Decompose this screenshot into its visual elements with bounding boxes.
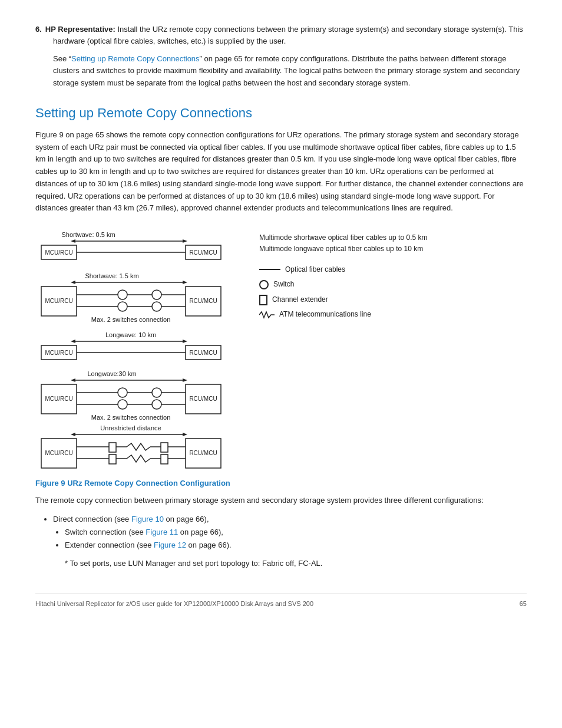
legend-channel-extender: Channel extender bbox=[259, 294, 527, 307]
svg-marker-2 bbox=[183, 239, 187, 243]
figure-10-link[interactable]: Figure 10 bbox=[131, 515, 164, 523]
sub-bullet-list: Switch connection (see Figure 11 on page… bbox=[65, 526, 527, 552]
page-footer: Hitachi Universal Replicator for z/OS us… bbox=[35, 594, 527, 607]
svg-text:RCU/MCU: RCU/MCU bbox=[189, 450, 217, 456]
note-line: * To set ports, use LUN Manager and set … bbox=[65, 558, 527, 570]
section-body: Figure 9 on page 65 shows the remote cop… bbox=[35, 129, 527, 215]
diagram-left: Shortwave: 0.5 km MCU/RCU RCU/MCU Shortw… bbox=[35, 226, 247, 474]
svg-text:MCU/RCU: MCU/RCU bbox=[45, 396, 72, 402]
svg-rect-65 bbox=[109, 443, 116, 452]
step-6-text: 6.HP Representative: Install the URz rem… bbox=[53, 24, 527, 47]
svg-point-23 bbox=[118, 302, 127, 311]
svg-point-18 bbox=[118, 290, 127, 299]
channel-extender-icon bbox=[259, 295, 267, 305]
footer-page-number: 65 bbox=[520, 600, 527, 607]
diagram-container: Shortwave: 0.5 km MCU/RCU RCU/MCU Shortw… bbox=[35, 226, 527, 474]
bullet-switch-suffix: on page 66), bbox=[178, 528, 223, 536]
step-6-para2: See “Setting up Remote Copy Connections”… bbox=[53, 53, 527, 88]
svg-marker-30 bbox=[183, 340, 187, 343]
svg-text:MCU/RCU: MCU/RCU bbox=[45, 249, 72, 256]
switch-icon bbox=[259, 280, 269, 289]
connection-list: Direct connection (see Figure 10 on page… bbox=[53, 513, 527, 552]
step-text1: Install the URz remote copy connections … bbox=[53, 25, 523, 45]
figure-12-link[interactable]: Figure 12 bbox=[154, 541, 186, 549]
svg-text:MCU/RCU: MCU/RCU bbox=[45, 350, 72, 356]
svg-marker-3 bbox=[71, 239, 75, 243]
svg-point-25 bbox=[152, 302, 161, 311]
svg-text:Max. 2 switches connection: Max. 2 switches connection bbox=[91, 414, 171, 421]
svg-text:MCU/RCU: MCU/RCU bbox=[45, 450, 72, 456]
svg-point-20 bbox=[152, 290, 161, 299]
remote-copy-link[interactable]: Setting up Remote Copy Connections bbox=[71, 54, 200, 63]
bullet-extender: Extender connection (see Figure 12 on pa… bbox=[65, 539, 527, 552]
svg-rect-71 bbox=[109, 454, 116, 464]
legend-atm: ATM telecommunications line bbox=[259, 308, 527, 321]
diagram-legend: Multimode shortwave optical fiber cables… bbox=[247, 226, 527, 324]
step-6-block: 6.HP Representative: Install the URz rem… bbox=[35, 24, 527, 89]
atm-icon bbox=[259, 311, 275, 319]
bullet-switch-prefix: Switch connection (see bbox=[65, 528, 146, 536]
svg-text:RCU/MCU: RCU/MCU bbox=[189, 249, 217, 256]
svg-rect-68 bbox=[161, 443, 168, 452]
figure-11-link[interactable]: Figure 11 bbox=[146, 528, 178, 536]
svg-marker-12 bbox=[71, 281, 75, 284]
footer-left: Hitachi Universal Replicator for z/OS us… bbox=[35, 600, 313, 607]
bullet-direct-prefix: Direct connection (see bbox=[53, 515, 131, 523]
svg-marker-31 bbox=[71, 340, 75, 343]
legend-optical-fiber: Optical fiber cables bbox=[259, 263, 527, 276]
svg-text:Unrestricted distance: Unrestricted distance bbox=[100, 424, 161, 431]
svg-marker-59 bbox=[71, 433, 75, 436]
connection-diagram: Shortwave: 0.5 km MCU/RCU RCU/MCU Shortw… bbox=[35, 226, 247, 474]
svg-text:Shortwave: 0.5 km: Shortwave: 0.5 km bbox=[61, 231, 115, 238]
svg-point-46 bbox=[118, 388, 127, 397]
bullet-switch: Switch connection (see Figure 11 on page… bbox=[65, 526, 527, 539]
svg-text:RCU/MCU: RCU/MCU bbox=[189, 350, 217, 356]
svg-text:RCU/MCU: RCU/MCU bbox=[189, 396, 217, 402]
section-title: Setting up Remote Copy Connections bbox=[35, 106, 527, 121]
svg-text:Max. 2 switches connection: Max. 2 switches connection bbox=[91, 316, 171, 323]
svg-marker-58 bbox=[183, 433, 187, 436]
svg-point-53 bbox=[152, 400, 161, 409]
bullet-direct-suffix: on page 66), bbox=[164, 515, 209, 523]
svg-point-51 bbox=[118, 400, 127, 409]
bullet-extender-suffix: on page 66). bbox=[186, 541, 232, 549]
svg-marker-40 bbox=[71, 378, 75, 382]
svg-rect-74 bbox=[161, 454, 168, 464]
legend-top-text: Multimode shortwave optical fiber cables… bbox=[259, 232, 527, 255]
para2-prefix: See “ bbox=[53, 54, 71, 63]
figure-caption: Figure 9 URz Remote Copy Connection Conf… bbox=[35, 479, 527, 487]
svg-text:Shortwave: 1.5 km: Shortwave: 1.5 km bbox=[85, 272, 138, 279]
svg-text:MCU/RCU: MCU/RCU bbox=[45, 298, 72, 304]
svg-marker-39 bbox=[183, 378, 187, 382]
step-number: 6. bbox=[35, 25, 42, 34]
bullet-direct: Direct connection (see Figure 10 on page… bbox=[53, 513, 527, 552]
legend-switch: Switch bbox=[259, 278, 527, 291]
post-figure-intro: The remote copy connection between prima… bbox=[35, 495, 527, 507]
svg-text:RCU/MCU: RCU/MCU bbox=[189, 298, 217, 304]
svg-marker-11 bbox=[183, 281, 187, 284]
bullet-extender-prefix: Extender connection (see bbox=[65, 541, 154, 549]
svg-point-48 bbox=[152, 388, 161, 397]
svg-text:Longwave: 10 km: Longwave: 10 km bbox=[105, 331, 156, 338]
svg-text:Longwave:30 km: Longwave:30 km bbox=[87, 370, 136, 377]
optical-fiber-icon bbox=[259, 269, 280, 270]
step-bold-label: HP Representative: bbox=[45, 25, 115, 34]
